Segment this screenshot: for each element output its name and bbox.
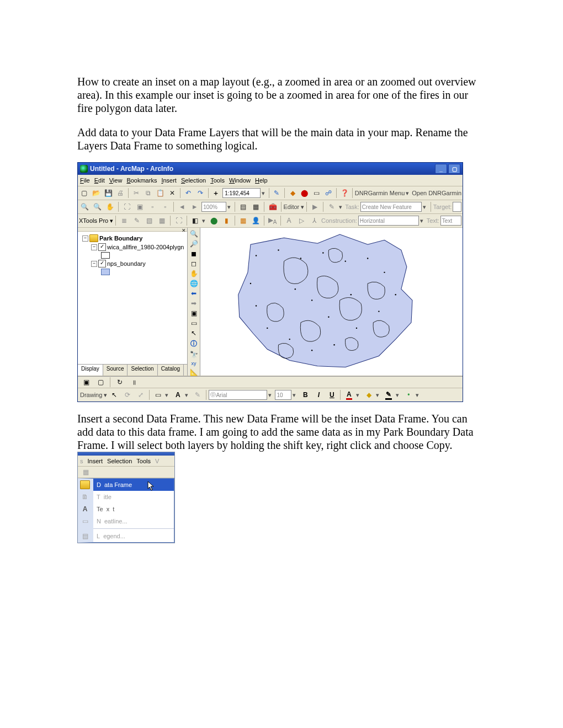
xt-icon-4[interactable]: ▦ [156, 215, 168, 227]
find-icon[interactable]: 🔭 [188, 350, 199, 359]
rectangle-icon[interactable]: ▭ [152, 389, 164, 401]
xt-icon-8[interactable]: ▮ [221, 215, 232, 227]
snip-menu-insert[interactable]: Insert [88, 458, 103, 464]
map-view[interactable] [200, 228, 463, 376]
fixed-zoom-in-icon[interactable]: ◼ [188, 249, 199, 258]
undo-icon[interactable]: ↶ [183, 187, 194, 199]
restore-button[interactable]: ▢ [448, 164, 460, 174]
pan-layout-icon[interactable]: ✋ [104, 201, 116, 213]
back-extent-icon[interactable]: ⬅ [188, 289, 199, 298]
print-icon[interactable]: 🖨 [115, 187, 126, 199]
xt-icon-3[interactable]: ▧ [144, 215, 155, 227]
xt-icon-10[interactable]: 👤 [250, 215, 262, 227]
fixed-zoom-out-icon[interactable]: ▫ [160, 201, 171, 213]
task-select[interactable]: Create New Feature [360, 202, 422, 212]
collapse-icon[interactable]: − [91, 261, 97, 267]
anno-icon-1[interactable]: ▶A [267, 215, 278, 227]
layout-view-button[interactable]: ▢ [94, 376, 107, 388]
menu-item-text[interactable]: A Text [93, 503, 174, 515]
target-select[interactable] [453, 202, 461, 212]
snip-tb-icon-1[interactable]: ▦ [79, 466, 92, 478]
sketch-tool-icon[interactable]: ✎ [326, 201, 337, 213]
cut-icon[interactable]: ✂ [131, 187, 142, 199]
line-color-icon[interactable]: ✎ [383, 389, 395, 401]
fixed-zoom-in-icon[interactable]: ▫ [147, 201, 158, 213]
text-value-select[interactable]: Text [440, 216, 461, 226]
editor-label[interactable]: Editor ▾ [284, 204, 305, 211]
toc-tab-source[interactable]: Source [103, 365, 128, 376]
zoom-out-icon[interactable]: 🔎 [188, 239, 199, 248]
sketch-dropdown-icon[interactable]: ▾ [339, 204, 344, 211]
full-extent-icon[interactable]: 🌐 [188, 279, 199, 288]
menu-item-legend[interactable]: ▤ Legend... [93, 530, 174, 542]
zoom-in-icon[interactable]: 🔍 [188, 229, 199, 238]
zoom-100-icon[interactable]: ▣ [134, 201, 146, 213]
delete-icon[interactable]: ✕ [167, 187, 178, 199]
xt-icon-9[interactable]: ▦ [237, 215, 249, 227]
refresh-icon[interactable]: ↻ [114, 376, 126, 388]
scale-input[interactable]: 1:192,454 [222, 188, 260, 198]
zoom-whole-icon[interactable]: ⛶ [121, 201, 132, 213]
layout-view-icon[interactable]: ▦ [250, 201, 262, 213]
layer-checkbox[interactable]: ✓ [98, 243, 106, 251]
menu-insert[interactable]: Insert [161, 177, 177, 184]
layer-checkbox[interactable]: ✓ [98, 260, 106, 267]
marker-color-icon[interactable]: • [402, 389, 415, 401]
task-dropdown-icon[interactable]: ▾ [423, 204, 428, 211]
model-builder-icon[interactable]: ☍ [323, 187, 334, 199]
toc-close-icon[interactable]: ✕ [182, 228, 186, 231]
menu-item-data-frame[interactable]: Data Frame [93, 479, 174, 491]
toc-tab-selection[interactable]: Selection [128, 365, 157, 376]
snip-menu-selection[interactable]: Selection [107, 458, 132, 464]
toc-tab-catalog[interactable]: Catalog [158, 365, 184, 376]
construction-dropdown-icon[interactable]: ▾ [420, 217, 425, 224]
dnr-open-label[interactable]: Open DNRGarmin [412, 190, 461, 196]
underline-icon[interactable]: U [326, 389, 338, 401]
edit-tool-icon[interactable]: ▶ [309, 201, 321, 213]
forward-layout-icon[interactable]: ► [189, 201, 200, 213]
data-view-icon[interactable]: ▤ [237, 201, 249, 213]
anno-icon-3[interactable]: ▷ [296, 215, 307, 227]
whats-this-icon[interactable]: ❓ [339, 187, 350, 199]
xt-drop-icon[interactable]: ▾ [202, 217, 207, 224]
anno-icon-4[interactable]: ⅄ [309, 215, 320, 227]
anno-icon-2[interactable]: A [283, 215, 295, 227]
arc-toolbox-icon[interactable]: ⬤ [299, 187, 310, 199]
minimize-button[interactable]: _ [435, 164, 447, 174]
xt-icon-7[interactable]: ⬤ [208, 215, 220, 227]
menu-help[interactable]: Help [255, 177, 268, 184]
collapse-icon[interactable]: − [82, 235, 88, 242]
data-view-button[interactable]: ▣ [80, 376, 92, 388]
editor-toolbar-icon[interactable]: ✎ [271, 187, 282, 199]
cmd-line-icon[interactable]: ▭ [311, 187, 322, 199]
forward-extent-icon[interactable]: ➡ [188, 299, 199, 308]
font-select[interactable]: Ⓞ Arial [209, 390, 267, 400]
fixed-zoom-out-icon[interactable]: ◻ [188, 259, 199, 268]
select-features-icon[interactable]: ▣ [188, 309, 199, 318]
paste-icon[interactable]: 📋 [155, 187, 166, 199]
menu-bookmarks[interactable]: Bookmarks [126, 177, 157, 184]
menu-item-neatline[interactable]: ▭ Neatline... [93, 515, 174, 527]
menu-view[interactable]: View [109, 177, 123, 184]
bold-icon[interactable]: B [299, 389, 311, 401]
pointer-icon[interactable]: ↖ [188, 329, 199, 338]
xt-icon-5[interactable]: ⛶ [173, 215, 184, 227]
xt-icon-6[interactable]: ◧ [189, 215, 201, 227]
xtools-label[interactable]: XTools Pro ▾ [79, 217, 113, 224]
save-icon[interactable]: 💾 [103, 187, 114, 199]
copy-icon[interactable]: ⧉ [143, 187, 154, 199]
arc-catalog-icon[interactable]: ◆ [287, 187, 298, 199]
toc-layer-row[interactable]: − ✓ wica_allfire_1980-2004plygn [79, 243, 186, 251]
zoom-percent-select[interactable]: 100% [201, 202, 226, 212]
toolbox-icon[interactable]: 🧰 [267, 201, 278, 213]
snip-menu-tools[interactable]: Tools [136, 458, 151, 464]
dnr-menu-dropdown-icon[interactable]: ▾ [406, 190, 411, 197]
back-layout-icon[interactable]: ◄ [176, 201, 188, 213]
drawing-label[interactable]: Drawing ▾ [80, 392, 107, 399]
font-size-select[interactable]: 10 [275, 390, 291, 400]
zoom-in-layout-icon[interactable]: 🔍 [79, 201, 91, 213]
layer-symbol-icon[interactable] [101, 252, 110, 259]
pan-icon[interactable]: ✋ [188, 269, 199, 278]
add-data-icon[interactable]: ＋ [210, 187, 221, 199]
select-element-icon[interactable]: ↖ [108, 389, 120, 401]
